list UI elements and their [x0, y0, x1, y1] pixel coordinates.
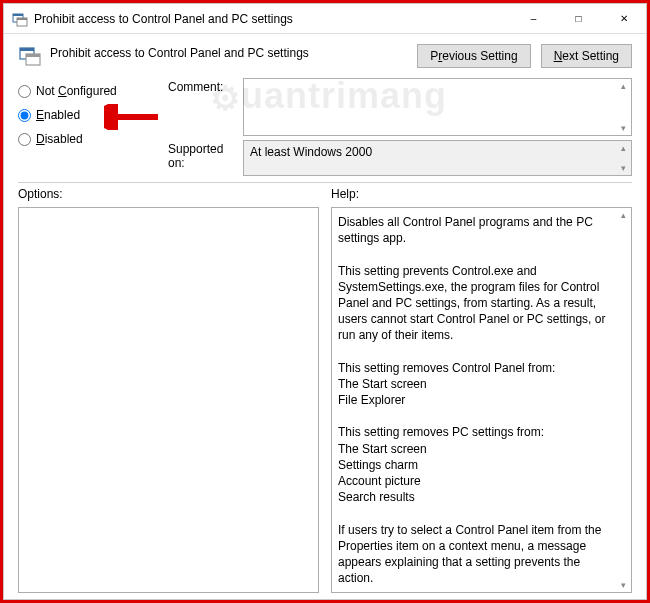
footer: OK Cancel Apply — [4, 595, 646, 603]
svg-rect-1 — [13, 14, 23, 16]
titlebar: Prohibit access to Control Panel and PC … — [4, 4, 646, 34]
svg-rect-3 — [17, 18, 27, 20]
scroll-up-icon: ▴ — [617, 81, 629, 91]
svg-rect-7 — [26, 54, 40, 57]
comment-textarea[interactable]: ▴ ▾ — [243, 78, 632, 136]
help-label: Help: — [331, 187, 632, 201]
supported-on-value: At least Windows 2000 — [250, 145, 372, 159]
options-box — [18, 207, 319, 593]
radio-enabled[interactable]: Enabled — [18, 108, 168, 122]
options-label: Options: — [18, 187, 319, 201]
page-title: Prohibit access to Control Panel and PC … — [50, 42, 417, 60]
next-setting-button[interactable]: Next Setting — [541, 44, 632, 68]
radio-enabled-input[interactable] — [18, 109, 31, 122]
close-button[interactable]: ✕ — [601, 4, 646, 33]
maximize-button[interactable]: □ — [556, 4, 601, 33]
comment-scrollbar[interactable]: ▴ ▾ — [617, 81, 629, 133]
radio-not-configured-input[interactable] — [18, 85, 31, 98]
policy-icon — [18, 44, 42, 68]
scroll-up-icon: ▴ — [617, 143, 629, 153]
help-box[interactable]: Disables all Control Panel programs and … — [331, 207, 632, 593]
radio-disabled-input[interactable] — [18, 133, 31, 146]
window: Prohibit access to Control Panel and PC … — [3, 3, 647, 600]
comment-label: Comment: — [168, 78, 243, 136]
previous-setting-button[interactable]: Previous Setting — [417, 44, 530, 68]
scroll-down-icon: ▾ — [617, 580, 629, 590]
help-scrollbar[interactable]: ▴▾ — [617, 210, 629, 590]
window-controls: – □ ✕ — [511, 4, 646, 33]
minimize-button[interactable]: – — [511, 4, 556, 33]
radio-disabled[interactable]: Disabled — [18, 132, 168, 146]
separator — [18, 182, 632, 183]
supported-on-label: Supported on: — [168, 140, 243, 176]
svg-rect-5 — [20, 48, 34, 51]
radio-not-configured[interactable]: Not Configured — [18, 84, 168, 98]
scroll-down-icon: ▾ — [617, 163, 629, 173]
supported-scrollbar[interactable]: ▴ ▾ — [617, 143, 629, 173]
supported-on-box: At least Windows 2000 ▴ ▾ — [243, 140, 632, 176]
scroll-up-icon: ▴ — [617, 210, 629, 220]
app-icon — [12, 11, 28, 27]
window-title: Prohibit access to Control Panel and PC … — [34, 12, 511, 26]
scroll-down-icon: ▾ — [617, 123, 629, 133]
help-text: Disables all Control Panel programs and … — [338, 215, 609, 585]
